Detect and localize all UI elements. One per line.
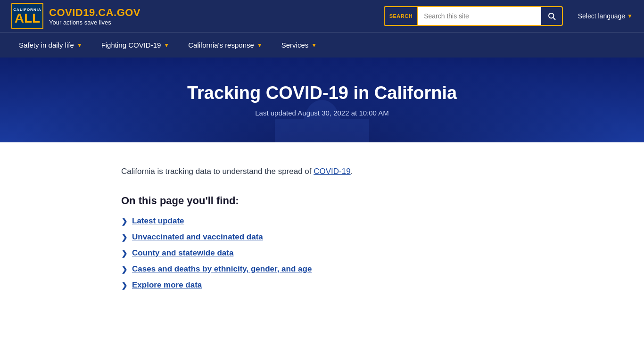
nav-safety-label: Safety in daily life (19, 41, 74, 49)
intro-paragraph: California is tracking data to understan… (121, 165, 523, 178)
hero-content: Tracking COVID-19 in California Last upd… (187, 83, 457, 117)
page-links-list: ❯ Latest update ❯ Unvaccinated and vacci… (121, 216, 523, 290)
nav-response-label: California's response (188, 41, 254, 49)
chevron-down-icon: ▼ (311, 42, 317, 49)
chevron-right-icon: ❯ (121, 217, 127, 226)
last-updated-text: Last updated August 30, 2022 at 10:00 AM (187, 109, 457, 117)
search-input[interactable] (418, 7, 541, 25)
site-header: CALIFORNIA ALL COVID19.CA.GOV Your actio… (0, 0, 644, 32)
link-county-statewide[interactable]: County and statewide data (132, 248, 233, 258)
list-item: ❯ Cases and deaths by ethnicity, gender,… (121, 264, 523, 274)
language-selector-label: Select language (578, 12, 625, 20)
chevron-right-icon: ❯ (121, 233, 127, 242)
search-button[interactable] (541, 7, 562, 25)
chevron-down-icon: ▼ (257, 42, 263, 49)
main-content: California is tracking data to understan… (110, 142, 534, 318)
svg-line-1 (553, 17, 555, 19)
chevron-right-icon: ❯ (121, 265, 127, 274)
on-this-page-heading: On this page you'll find: (121, 195, 523, 207)
chevron-down-icon: ▼ (164, 42, 169, 49)
link-latest-update[interactable]: Latest update (132, 216, 184, 226)
chevron-right-icon: ❯ (121, 249, 127, 258)
intro-text-after-link: . (351, 167, 353, 176)
site-title: COVID19.CA.GOV (49, 7, 140, 19)
chevron-right-icon: ❯ (121, 281, 127, 290)
list-item: ❯ County and statewide data (121, 248, 523, 258)
nav-item-services[interactable]: Services ▼ (274, 33, 324, 58)
search-label: SEARCH (385, 7, 418, 25)
logo-box: CALIFORNIA ALL (11, 3, 43, 29)
intro-text-before-link: California is tracking data to understan… (121, 167, 314, 176)
site-tagline: Your actions save lives (49, 19, 140, 26)
logo-all-text: ALL (15, 12, 40, 25)
language-selector[interactable]: Select language ▼ (578, 12, 633, 20)
site-title-area: COVID19.CA.GOV Your actions save lives (49, 7, 140, 26)
nav-fighting-label: Fighting COVID-19 (101, 41, 161, 49)
search-bar: SEARCH (384, 6, 563, 26)
link-cases-deaths[interactable]: Cases and deaths by ethnicity, gender, a… (132, 264, 312, 274)
nav-services-label: Services (281, 41, 309, 49)
nav-item-response[interactable]: California's response ▼ (181, 33, 270, 58)
search-icon (547, 12, 556, 20)
chevron-down-icon: ▼ (77, 42, 83, 49)
hero-section: Tracking COVID-19 in California Last upd… (0, 58, 644, 142)
chevron-down-icon: ▼ (627, 13, 633, 19)
main-nav: Safety in daily life ▼ Fighting COVID-19… (0, 32, 644, 58)
list-item: ❯ Latest update (121, 216, 523, 226)
link-unvaccinated-vaccinated[interactable]: Unvaccinated and vaccinated data (132, 232, 263, 242)
list-item: ❯ Explore more data (121, 280, 523, 290)
list-item: ❯ Unvaccinated and vaccinated data (121, 232, 523, 242)
nav-item-fighting[interactable]: Fighting COVID-19 ▼ (94, 33, 177, 58)
page-title: Tracking COVID-19 in California (187, 83, 457, 103)
site-logo[interactable]: CALIFORNIA ALL COVID19.CA.GOV Your actio… (11, 3, 140, 29)
link-explore-data[interactable]: Explore more data (132, 280, 202, 290)
covid-link[interactable]: COVID-19 (314, 167, 350, 176)
nav-item-safety[interactable]: Safety in daily life ▼ (11, 33, 90, 58)
